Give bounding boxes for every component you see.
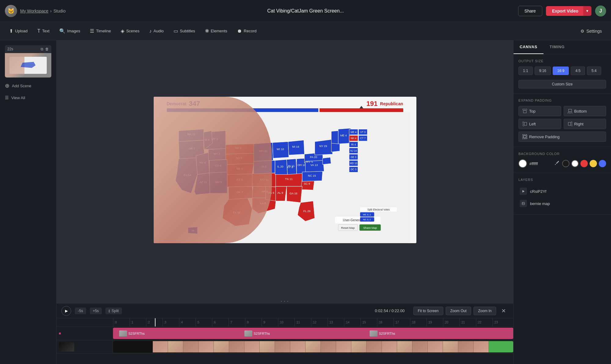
track-content-media[interactable] xyxy=(113,340,513,353)
skip-fwd-button[interactable]: +5s xyxy=(90,308,102,314)
user-avatar[interactable]: J xyxy=(595,5,606,16)
tick-23: :23 xyxy=(492,318,509,327)
subtitles-button[interactable]: ▭ Subtitles xyxy=(169,26,199,36)
tick-6: :6 xyxy=(212,318,229,327)
track-seg-1: S2SFRThs xyxy=(119,330,145,337)
svg-rect-118 xyxy=(523,122,524,126)
images-button[interactable]: 🔍 Images xyxy=(55,26,85,36)
scene-thumb-image xyxy=(5,53,51,77)
audio-button[interactable]: ♪ Audio xyxy=(145,26,168,36)
pink-track[interactable]: S2SFRThs S2SFRThs xyxy=(113,328,513,339)
export-button[interactable]: Export Video xyxy=(546,6,584,16)
workspace-link[interactable]: My Workspace xyxy=(20,9,48,13)
track-thumb-1 xyxy=(119,330,127,337)
split-button[interactable]: ⫿ Split xyxy=(105,308,122,314)
size-btn-4-5[interactable]: 4:5 xyxy=(571,67,585,75)
layer-1-name: cRsiP2Yf xyxy=(530,189,546,194)
bg-color-swatch[interactable] xyxy=(518,159,527,168)
timeline-button[interactable]: ☰ Timeline xyxy=(86,26,115,36)
ruler-ticks: :0 :1 :2 :3 :4 :5 :6 :7 :8 :9 :10 :11 :1… xyxy=(113,318,509,327)
export-dropdown-button[interactable]: ▾ xyxy=(583,6,591,16)
film-frames xyxy=(153,341,513,352)
close-timeline-button[interactable]: ✕ xyxy=(499,306,508,316)
svg-rect-122 xyxy=(523,135,527,139)
size-btn-5-4[interactable]: 5:4 xyxy=(587,67,601,75)
eyedropper-icon xyxy=(554,160,560,166)
toolbar: ⬆ Upload T Text 🔍 Images ☰ Timeline ◈ Sc… xyxy=(0,22,611,40)
layer-item-1[interactable]: cRsiP2Yf xyxy=(518,185,606,197)
track-seg-label-3: S2SFRThs xyxy=(379,332,395,335)
tick-10: :10 xyxy=(278,318,295,327)
timeline-resize-handle[interactable]: • • • xyxy=(57,299,513,303)
layers-title: LAYERS xyxy=(518,178,606,182)
track-seg-label-1: S2SFRThs xyxy=(128,332,145,335)
record-button[interactable]: ⏺ Record xyxy=(233,26,261,36)
copy-icon[interactable]: ⧉ xyxy=(41,47,43,51)
svg-text:CT 7: CT 7 xyxy=(360,137,366,140)
svg-text:NJ 14: NJ 14 xyxy=(350,150,357,152)
scene-thumbnail[interactable]: 22s ⧉ 🗑 xyxy=(5,45,51,77)
skip-back-button[interactable]: -5s xyxy=(75,308,86,314)
delete-icon[interactable]: 🗑 xyxy=(45,47,49,51)
bg-color-row: #ffffff xyxy=(518,159,606,168)
upload-icon: ⬆ xyxy=(9,28,13,34)
layer-2-name: bernie map xyxy=(530,201,550,206)
svg-text:RI 4: RI 4 xyxy=(351,143,356,146)
color-white[interactable] xyxy=(571,160,579,167)
settings-button[interactable]: ⚙ Settings xyxy=(576,26,606,36)
share-button[interactable]: Share xyxy=(518,6,542,16)
elements-button[interactable]: ❋ Elements xyxy=(201,26,232,36)
green-segment[interactable] xyxy=(153,341,513,352)
zoom-in-button[interactable]: Zoom In xyxy=(474,307,496,315)
color-black[interactable] xyxy=(562,160,569,167)
text-icon: T xyxy=(37,28,40,34)
svg-text:NY 29: NY 29 xyxy=(319,144,327,147)
svg-text:DE 3: DE 3 xyxy=(351,156,357,158)
scenes-icon: ◈ xyxy=(121,28,124,34)
track-content-video[interactable]: S2SFRThs S2SFRThs xyxy=(113,327,513,340)
playhead[interactable] xyxy=(155,318,155,326)
black-segment xyxy=(113,341,153,352)
padding-left-button[interactable]: Left xyxy=(518,119,561,129)
canvas-frame[interactable]: Democrat 347 191 Republican xyxy=(154,97,416,243)
remove-padding-button[interactable]: Remove Padding xyxy=(518,132,606,142)
text-button[interactable]: T Text xyxy=(33,26,54,36)
layer-item-2[interactable]: bernie map xyxy=(518,197,606,210)
fit-to-screen-button[interactable]: Fit to Screen xyxy=(413,307,443,315)
svg-text:VA 13: VA 13 xyxy=(310,164,318,167)
color-red[interactable] xyxy=(580,160,588,167)
padding-right-button[interactable]: Right xyxy=(564,119,606,129)
color-yellow[interactable] xyxy=(590,160,597,167)
panel-tabs: CANVAS TIMING xyxy=(514,40,611,54)
zoom-out-button[interactable]: Zoom Out xyxy=(446,307,471,315)
output-size-title: OUTPUT SIZE xyxy=(518,59,606,63)
upload-button[interactable]: ⬆ Upload xyxy=(5,26,32,36)
tab-canvas[interactable]: CANVAS xyxy=(514,40,543,54)
eyedropper-button[interactable] xyxy=(554,160,560,167)
padding-bottom-icon xyxy=(568,109,573,114)
play-button[interactable]: ▶ xyxy=(61,306,71,316)
scenes-button[interactable]: ◈ Scenes xyxy=(116,26,144,36)
svg-rect-115 xyxy=(523,110,526,113)
breadcrumb: My Workspace › Studio xyxy=(20,9,66,13)
track-row-media xyxy=(57,340,513,354)
size-btn-16-9[interactable]: 16:9 xyxy=(553,67,569,75)
padding-bottom-button[interactable]: Bottom xyxy=(564,106,606,116)
tick-4: :4 xyxy=(179,318,196,327)
custom-size-button[interactable]: Custom Size xyxy=(518,80,606,88)
tick-1: :1 xyxy=(130,318,146,327)
track-seg-label-2: S2SFRThs xyxy=(254,332,270,335)
add-scene-button[interactable]: ⊕ Add Scene xyxy=(5,81,51,90)
color-blue[interactable] xyxy=(599,160,606,167)
size-btn-9-16[interactable]: 9:16 xyxy=(535,67,551,75)
tick-14: :14 xyxy=(344,318,360,327)
size-btn-1-1[interactable]: 1:1 xyxy=(518,67,533,75)
view-all-button[interactable]: ☰ View All xyxy=(5,94,51,101)
padding-top-button[interactable]: Top xyxy=(518,106,561,116)
remove-padding-icon xyxy=(522,134,527,139)
toolbar-right: ⚙ Settings xyxy=(576,26,606,36)
tick-16: :16 xyxy=(377,318,393,327)
tab-timing[interactable]: TIMING xyxy=(543,40,571,54)
svg-text:Reset Map: Reset Map xyxy=(341,226,355,229)
tick-9: :9 xyxy=(262,318,278,327)
